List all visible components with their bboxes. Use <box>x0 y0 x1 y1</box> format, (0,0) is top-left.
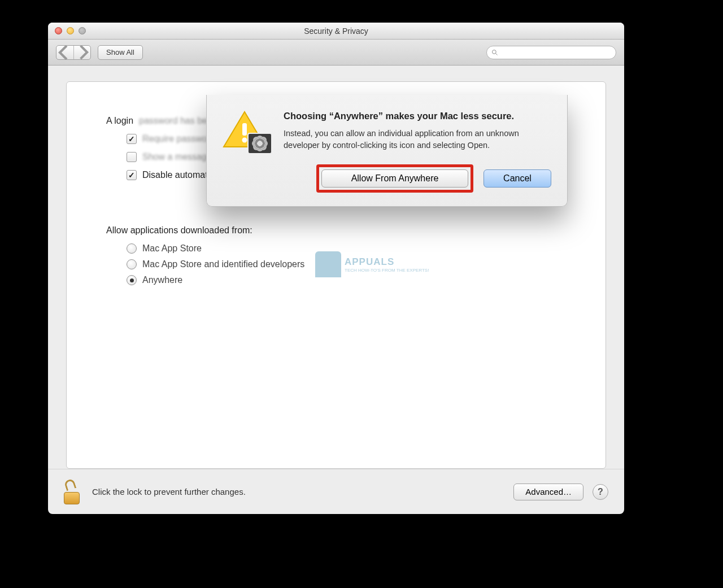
radio-anywhere[interactable]: Anywhere <box>127 275 566 285</box>
lock-icon[interactable] <box>64 480 83 504</box>
search-icon <box>491 49 498 56</box>
warning-icon <box>221 110 272 152</box>
show-message-checkbox[interactable] <box>127 152 137 162</box>
radio-identified-developers[interactable]: Mac App Store and identified developers <box>127 259 566 269</box>
titlebar: Security & Privacy <box>48 23 624 40</box>
disable-auto-login-checkbox[interactable] <box>127 170 137 180</box>
system-preferences-icon <box>247 133 272 154</box>
svg-line-1 <box>496 53 498 55</box>
svg-point-0 <box>493 50 496 54</box>
help-button[interactable]: ? <box>593 484 608 500</box>
forward-button[interactable] <box>73 46 90 59</box>
allow-downloads-label: Allow applications downloaded from: <box>106 225 566 236</box>
footer: Click the lock to prevent further change… <box>48 469 624 514</box>
toolbar: Show All <box>48 40 624 66</box>
radio-mac-app-store[interactable]: Mac App Store <box>127 243 566 254</box>
radio-icon <box>127 259 137 269</box>
confirmation-sheet: Choosing “Anywhere” makes your Mac less … <box>206 95 568 207</box>
svg-point-3 <box>242 138 247 143</box>
search-input[interactable] <box>502 49 611 56</box>
login-intro-text: A login <box>106 116 133 126</box>
allow-from-anywhere-button[interactable]: Allow From Anywhere <box>321 169 468 188</box>
radio-label: Anywhere <box>142 275 182 285</box>
radio-label: Mac App Store and identified developers <box>142 259 304 269</box>
require-password-checkbox[interactable] <box>127 134 137 144</box>
nav-back-forward <box>56 45 91 60</box>
cancel-button[interactable]: Cancel <box>484 169 551 188</box>
radio-icon <box>127 243 137 254</box>
annotation-highlight: Allow From Anywhere <box>316 164 473 193</box>
preferences-window: Security & Privacy Show All A login pass… <box>48 23 624 514</box>
radio-icon <box>127 275 137 285</box>
back-button[interactable] <box>56 46 73 59</box>
advanced-button[interactable]: Advanced… <box>513 484 583 500</box>
window-title: Security & Privacy <box>48 27 624 36</box>
radio-label: Mac App Store <box>142 243 202 254</box>
show-all-button[interactable]: Show All <box>98 45 143 60</box>
search-field[interactable] <box>486 46 616 59</box>
svg-rect-2 <box>242 123 247 136</box>
dialog-description: Instead, you can allow an individual app… <box>284 128 551 151</box>
require-password-label: Require password <box>142 134 215 144</box>
lock-hint-text: Click the lock to prevent further change… <box>92 487 246 496</box>
dialog-heading: Choosing “Anywhere” makes your Mac less … <box>284 110 551 122</box>
